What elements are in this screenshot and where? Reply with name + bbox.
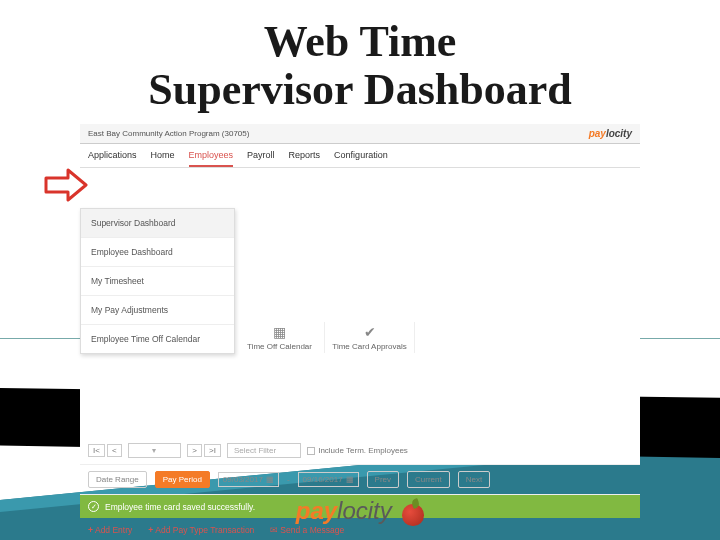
- dropdown-employee-time-off-calendar[interactable]: Employee Time Off Calendar: [81, 325, 234, 353]
- nav-applications[interactable]: Applications: [88, 150, 137, 167]
- pay-period-button[interactable]: Pay Period: [155, 471, 210, 488]
- prev-period-button[interactable]: Prev: [367, 471, 399, 488]
- check-circle-icon: ✔: [331, 324, 408, 340]
- nav-first-button[interactable]: I<: [88, 444, 105, 457]
- nav-prev-button[interactable]: <: [107, 444, 122, 457]
- nav-employees[interactable]: Employees: [189, 150, 234, 167]
- apple-icon: [402, 504, 424, 526]
- nav-configuration[interactable]: Configuration: [334, 150, 388, 167]
- subnav: ▦ Time Off Calendar ✔ Time Card Approval…: [235, 314, 640, 361]
- nav-home[interactable]: Home: [151, 150, 175, 167]
- nav-next-button[interactable]: >: [187, 444, 202, 457]
- employee-select[interactable]: ▾: [128, 443, 182, 458]
- app-header: East Bay Community Action Program (30705…: [80, 124, 640, 144]
- nav-last-button[interactable]: >I: [204, 444, 221, 457]
- slide-title: Web Time Supervisor Dashboard: [0, 18, 720, 115]
- company-name: East Bay Community Action Program (30705…: [88, 129, 249, 138]
- calendar-icon: ▦: [266, 475, 274, 484]
- subnav-time-off-calendar[interactable]: ▦ Time Off Calendar: [235, 322, 325, 353]
- footer-brand-logo: paylocity: [0, 497, 720, 526]
- next-period-button[interactable]: Next: [458, 471, 490, 488]
- calendar-icon: ▦: [241, 324, 318, 340]
- include-term-checkbox[interactable]: Include Term. Employees: [307, 446, 408, 455]
- nav-payroll[interactable]: Payroll: [247, 150, 275, 167]
- send-message-button[interactable]: ✉Send a Message: [270, 525, 344, 535]
- dropdown-my-pay-adjustments[interactable]: My Pay Adjustments: [81, 296, 234, 325]
- date-range-button[interactable]: Date Range: [88, 471, 147, 488]
- dropdown-employee-dashboard[interactable]: Employee Dashboard: [81, 238, 234, 267]
- app-screenshot: East Bay Community Action Program (30705…: [80, 124, 640, 464]
- dropdown-supervisor-dashboard[interactable]: Supervisor Dashboard: [81, 209, 234, 238]
- calendar-icon: ▦: [346, 475, 354, 484]
- add-entry-button[interactable]: +Add Entry: [88, 525, 132, 535]
- start-date-input[interactable]: 09/03/2017▦: [218, 472, 279, 487]
- employees-dropdown: Supervisor Dashboard Employee Dashboard …: [80, 208, 235, 354]
- brand-logo-small: paylocity: [589, 128, 632, 139]
- current-period-button[interactable]: Current: [407, 471, 450, 488]
- nav-reports[interactable]: Reports: [289, 150, 321, 167]
- date-range-toolbar: Date Range Pay Period 09/03/2017▦ - 09/1…: [80, 465, 640, 495]
- filter-select[interactable]: Select Filter: [227, 443, 301, 458]
- dropdown-my-timesheet[interactable]: My Timesheet: [81, 267, 234, 296]
- main-nav: Applications Home Employees Payroll Repo…: [80, 144, 640, 168]
- employee-nav-toolbar: I< < ▾ > >I Select Filter Include Term. …: [80, 437, 640, 465]
- end-date-input[interactable]: 09/16/2017▦: [298, 472, 359, 487]
- subnav-time-card-approvals[interactable]: ✔ Time Card Approvals: [325, 322, 415, 353]
- arrow-right-callout-icon: [44, 168, 88, 202]
- add-paytype-transaction-button[interactable]: +Add Pay Type Transaction: [148, 525, 254, 535]
